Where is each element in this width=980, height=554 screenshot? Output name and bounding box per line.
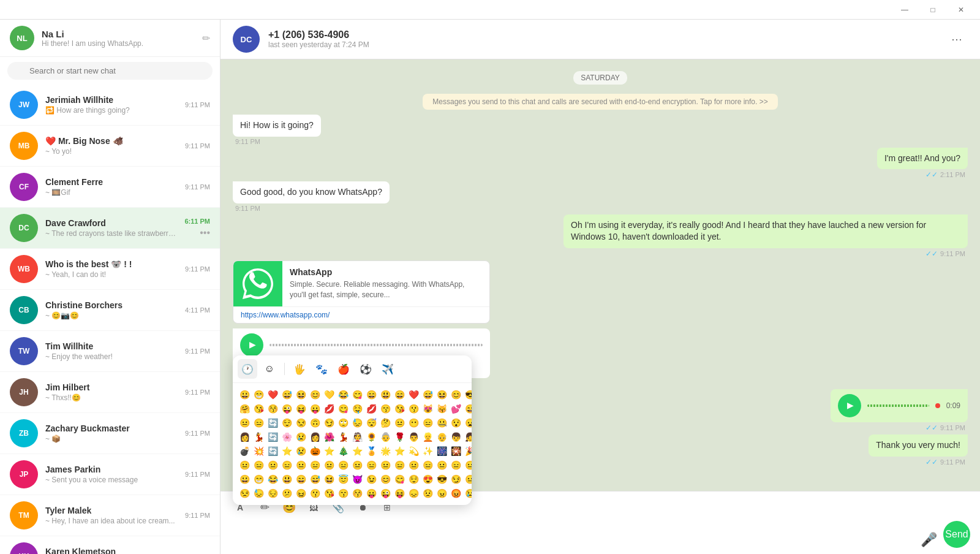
- emoji-item[interactable]: 😃: [379, 388, 392, 401]
- emoji-item[interactable]: 😘: [252, 402, 265, 416]
- emoji-item[interactable]: 😠: [435, 487, 448, 491]
- emoji-item[interactable]: 😑: [364, 458, 378, 472]
- emoji-item[interactable]: 😏: [449, 472, 462, 486]
- chat-item-10[interactable]: JP James Parkin ~ Sent you a voice messa…: [0, 454, 220, 495]
- emoji-item[interactable]: 👩: [308, 430, 322, 444]
- emoji-item[interactable]: 😑: [393, 458, 406, 472]
- emoji-item[interactable]: 😉: [364, 472, 378, 486]
- emoji-item[interactable]: 😐: [322, 458, 336, 472]
- emoji-tab-travel[interactable]: ✈️: [378, 359, 398, 379]
- emoji-item[interactable]: 🌟: [379, 444, 392, 458]
- emoji-item[interactable]: 👰: [350, 430, 364, 444]
- emoji-item[interactable]: 👵: [379, 430, 392, 444]
- emoji-item[interactable]: 😄: [393, 388, 406, 401]
- emoji-item[interactable]: 😽: [435, 402, 448, 416]
- emoji-item[interactable]: 👩: [238, 430, 251, 444]
- emoji-item[interactable]: 🎄: [336, 444, 350, 458]
- emoji-tab-smileys[interactable]: ☺: [260, 359, 279, 379]
- emoji-item[interactable]: 😍: [421, 472, 434, 486]
- emoji-item[interactable]: 😟: [421, 487, 434, 491]
- emoji-item[interactable]: 👴: [435, 430, 448, 444]
- emoji-item[interactable]: 💃: [252, 430, 265, 444]
- emoji-tab-recent[interactable]: 🕐: [238, 359, 257, 379]
- emoji-item[interactable]: 😁: [252, 472, 265, 486]
- emoji-item[interactable]: 😑: [252, 416, 265, 430]
- emoji-item[interactable]: 😴: [364, 416, 378, 430]
- message-input[interactable]: [230, 523, 914, 548]
- emoji-item[interactable]: 😅: [421, 388, 434, 401]
- emoji-item[interactable]: 😐: [407, 458, 420, 472]
- emoji-item[interactable]: 😅: [280, 388, 293, 401]
- emoji-item[interactable]: 😘: [322, 487, 336, 491]
- emoji-item[interactable]: 😐: [350, 458, 364, 472]
- emoji-item[interactable]: 😐: [238, 458, 251, 472]
- emoji-item[interactable]: 😋: [336, 402, 350, 416]
- emoji-item[interactable]: 😑: [336, 458, 350, 472]
- emoji-item[interactable]: 😐: [393, 416, 406, 430]
- emoji-item[interactable]: 😗: [308, 487, 322, 491]
- emoji-item[interactable]: 👧: [463, 430, 472, 444]
- emoji-item[interactable]: 😀: [238, 388, 251, 401]
- emoji-item[interactable]: 😗: [407, 402, 420, 416]
- emoji-item[interactable]: 😈: [350, 472, 364, 486]
- emoji-item[interactable]: 😡: [449, 487, 462, 491]
- emoji-item[interactable]: 😘: [393, 402, 406, 416]
- emoji-item[interactable]: 😆: [322, 472, 336, 486]
- emoji-item[interactable]: 😝: [393, 487, 406, 491]
- emoji-item[interactable]: 😜: [379, 487, 392, 491]
- emoji-item[interactable]: 😀: [238, 472, 251, 486]
- emoji-tab-people[interactable]: 🖐: [290, 359, 309, 379]
- emoji-item[interactable]: 😊: [379, 472, 392, 486]
- emoji-item[interactable]: 😄: [364, 388, 378, 401]
- search-input[interactable]: [7, 62, 213, 80]
- emoji-item[interactable]: 😜: [280, 402, 293, 416]
- emoji-item[interactable]: 🌹: [393, 430, 406, 444]
- emoji-item[interactable]: 😒: [238, 487, 251, 491]
- microphone-button[interactable]: 🎤: [921, 532, 937, 548]
- emoji-item[interactable]: 😙: [336, 487, 350, 491]
- emoji-item[interactable]: 😋: [350, 388, 364, 401]
- emoji-item[interactable]: 😐: [266, 458, 279, 472]
- emoji-item[interactable]: 💫: [407, 444, 420, 458]
- emoji-item[interactable]: 😐: [294, 458, 307, 472]
- emoji-item[interactable]: 😢: [294, 430, 307, 444]
- emoji-item[interactable]: 😄: [463, 402, 472, 416]
- chat-item-12[interactable]: KK Karen Klemetson ~ Good luck with it, …: [0, 536, 220, 554]
- emoji-item[interactable]: 😎: [435, 472, 448, 486]
- send-button[interactable]: Send: [943, 521, 970, 548]
- emoji-item[interactable]: ✨: [421, 444, 434, 458]
- emoji-item[interactable]: 👦: [449, 430, 462, 444]
- emoji-item[interactable]: ⭐: [322, 444, 336, 458]
- emoji-item[interactable]: 💛: [322, 388, 336, 401]
- play-button-sent[interactable]: [838, 394, 861, 417]
- emoji-item[interactable]: 😄: [294, 472, 307, 486]
- emoji-item[interactable]: 😙: [379, 402, 392, 416]
- emoji-item[interactable]: 🙃: [308, 416, 322, 430]
- emoji-item[interactable]: ❤️: [407, 388, 420, 401]
- emoji-item[interactable]: ⭐: [350, 444, 364, 458]
- minimize-button[interactable]: —: [891, 0, 919, 20]
- emoji-item[interactable]: 😆: [294, 388, 307, 401]
- emoji-item[interactable]: 😐: [463, 472, 472, 486]
- emoji-item[interactable]: 😑: [280, 458, 293, 472]
- emoji-item[interactable]: ❤️: [266, 388, 279, 401]
- emoji-item[interactable]: 😖: [294, 487, 307, 491]
- chat-item-5[interactable]: WB Who is the best 🐨 ! ! ~ Yeah, I can d…: [0, 249, 220, 290]
- chat-item-11[interactable]: TM Tyler Malek ~ Hey, I have an idea abo…: [0, 495, 220, 536]
- emoji-item[interactable]: 😯: [449, 416, 462, 430]
- chat-item-9[interactable]: ZB Zachary Buckmaster ~ 📦 9:11 PM: [0, 413, 220, 454]
- emoji-item[interactable]: 😻: [421, 402, 434, 416]
- emoji-tab-animals[interactable]: 🐾: [312, 359, 331, 379]
- chat-item-7[interactable]: TW Tim Willhite ~ Enjoy the weather! 9:1…: [0, 331, 220, 372]
- emoji-item[interactable]: 💃: [336, 430, 350, 444]
- emoji-item[interactable]: 😐: [435, 458, 448, 472]
- chat-more-btn-4[interactable]: •••: [200, 227, 210, 238]
- emoji-item[interactable]: 🤤: [350, 402, 364, 416]
- emoji-item[interactable]: 🔄: [266, 430, 279, 444]
- chat-item-3[interactable]: CF Clement Ferre ~ 🎞️Gif 9:11 PM: [0, 167, 220, 208]
- emoji-item[interactable]: 😑: [308, 458, 322, 472]
- emoji-item[interactable]: 💋: [322, 402, 336, 416]
- emoji-item[interactable]: 🤔: [379, 416, 392, 430]
- emoji-item[interactable]: 😓: [252, 487, 265, 491]
- close-button[interactable]: ✕: [947, 0, 975, 20]
